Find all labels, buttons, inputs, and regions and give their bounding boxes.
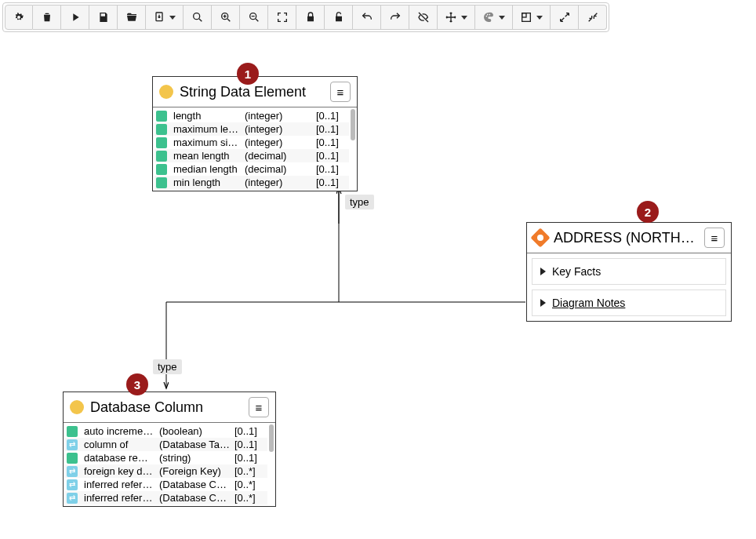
expandable-section[interactable]: Key Facts	[532, 258, 726, 285]
attribute-icon	[67, 453, 78, 464]
expandable-section[interactable]: Diagram Notes	[532, 290, 726, 316]
attribute-row[interactable]: length(integer)[0..1]	[154, 109, 349, 122]
node-badge-2: 2	[637, 201, 659, 223]
attr-type: (integer)	[245, 110, 313, 122]
attr-cardinality: [0..*]	[234, 479, 266, 490]
redo-button[interactable]	[381, 5, 409, 30]
attr-type: (Database Colu...	[159, 492, 231, 504]
attribute-row[interactable]: database remark(string)[0..1]	[65, 451, 267, 464]
node-database-column[interactable]: Database Column ≡ auto incremented(boole…	[63, 392, 276, 507]
attribute-row[interactable]: ⇄foreign key details(Foreign Key)[0..*]	[65, 464, 267, 478]
attr-name: auto incremented	[84, 425, 156, 437]
relation-icon: ⇄	[67, 439, 78, 450]
attribute-list: auto incremented(boolean)[0..1]⇄column o…	[64, 423, 275, 506]
svg-rect-8	[522, 13, 526, 17]
caret-right-icon	[540, 268, 546, 275]
attribute-icon	[156, 137, 167, 148]
lock-button[interactable]	[296, 5, 325, 30]
attr-name: maximum length	[173, 123, 242, 135]
attr-name: maximum size (...	[173, 137, 242, 148]
zoom-out-button[interactable]	[240, 5, 268, 30]
palette-dropdown[interactable]	[475, 5, 513, 30]
settings-button[interactable]	[5, 5, 33, 30]
node-badge-3: 3	[126, 373, 148, 395]
attr-type: (Database Table)	[159, 439, 231, 450]
attribute-row[interactable]: median length(decimal)[0..1]	[154, 162, 349, 176]
section-label: Diagram Notes	[552, 297, 625, 309]
attribute-row[interactable]: ⇄inferred referenc...(Database Colu...[0…	[65, 478, 267, 491]
attr-name: database remark	[84, 452, 156, 464]
attribute-icon	[156, 177, 167, 188]
hamburger-icon[interactable]: ≡	[330, 82, 351, 102]
attribute-icon	[156, 111, 167, 122]
attr-cardinality: [0..1]	[316, 150, 347, 162]
hide-button[interactable]	[409, 5, 438, 30]
section-label: Key Facts	[552, 265, 601, 278]
open-button[interactable]	[118, 5, 146, 30]
node-header[interactable]: ADDRESS (NORTHWIN... ≡	[527, 223, 731, 253]
attr-cardinality: [0..1]	[316, 177, 347, 188]
attr-cardinality: [0..1]	[316, 123, 347, 135]
node-title: ADDRESS (NORTHWIN...	[554, 230, 698, 246]
layout-dropdown[interactable]	[513, 5, 551, 30]
attribute-row[interactable]: min length(integer)[0..1]	[154, 176, 349, 189]
attr-name: inferred referenc...	[84, 479, 156, 490]
attr-type: (boolean)	[159, 425, 231, 437]
attr-name: column of	[84, 439, 156, 450]
attr-cardinality: [0..*]	[234, 492, 266, 504]
svg-point-5	[487, 14, 489, 16]
attribute-icon	[156, 151, 167, 162]
unlock-button[interactable]	[325, 5, 353, 30]
attr-type: (Database Colu...	[159, 479, 231, 490]
fit-button[interactable]	[268, 5, 296, 30]
attr-type: (string)	[159, 452, 231, 464]
attribute-row[interactable]: auto incremented(boolean)[0..1]	[65, 424, 267, 438]
hamburger-icon[interactable]: ≡	[704, 228, 725, 248]
attr-name: length	[173, 110, 242, 122]
node-title: Database Column	[90, 399, 242, 416]
expand-button[interactable]	[551, 5, 579, 30]
attr-type: (integer)	[245, 123, 313, 135]
attribute-row[interactable]: maximum size (...(integer)[0..1]	[154, 136, 349, 149]
search-button[interactable]	[184, 5, 212, 30]
edge-label-type-2: type	[153, 359, 182, 374]
svg-point-1	[193, 13, 199, 20]
attr-name: min length	[173, 177, 242, 188]
entity-icon	[530, 228, 550, 247]
svg-point-4	[486, 16, 488, 17]
save-button[interactable]	[89, 5, 118, 30]
run-button[interactable]	[61, 5, 89, 30]
attribute-icon	[67, 426, 78, 437]
attribute-row[interactable]: ⇄inferred referenc...(Database Colu...[0…	[65, 491, 267, 504]
relation-icon: ⇄	[67, 479, 78, 490]
collapse-button[interactable]	[579, 5, 607, 30]
node-address[interactable]: ADDRESS (NORTHWIN... ≡ Key FactsDiagram …	[526, 222, 732, 322]
move-dropdown[interactable]	[438, 5, 475, 30]
node-title: String Data Element	[180, 84, 324, 100]
attr-cardinality: [0..1]	[316, 163, 347, 175]
node-string-data-element[interactable]: String Data Element ≡ length(integer)[0.…	[152, 76, 358, 191]
zoom-in-button[interactable]	[212, 5, 240, 30]
attr-type: (decimal)	[245, 163, 313, 175]
attr-cardinality: [0..1]	[234, 439, 266, 450]
attribute-row[interactable]: maximum length(integer)[0..1]	[154, 122, 349, 136]
scrollbar-thumb[interactable]	[269, 424, 274, 452]
export-dropdown[interactable]	[146, 5, 184, 30]
node-badge-1: 1	[237, 63, 259, 85]
node-header[interactable]: Database Column ≡	[64, 392, 275, 423]
delete-button[interactable]	[33, 5, 61, 30]
attribute-row[interactable]: ⇄column of(Database Table)[0..1]	[65, 438, 267, 451]
attribute-row[interactable]: mean length(decimal)[0..1]	[154, 149, 349, 162]
attr-name: median length	[173, 163, 242, 175]
scrollbar-thumb[interactable]	[351, 109, 355, 140]
attr-name: foreign key details	[84, 465, 156, 477]
attribute-list: length(integer)[0..1]maximum length(inte…	[153, 107, 357, 191]
undo-button[interactable]	[353, 5, 381, 30]
attr-type: (integer)	[245, 177, 313, 188]
relation-icon: ⇄	[67, 493, 78, 504]
class-icon	[159, 85, 173, 99]
edge-label-type-1: type	[345, 195, 374, 209]
hamburger-icon[interactable]: ≡	[249, 397, 269, 417]
attribute-icon	[156, 124, 167, 135]
attr-name: inferred referenc...	[84, 492, 156, 504]
